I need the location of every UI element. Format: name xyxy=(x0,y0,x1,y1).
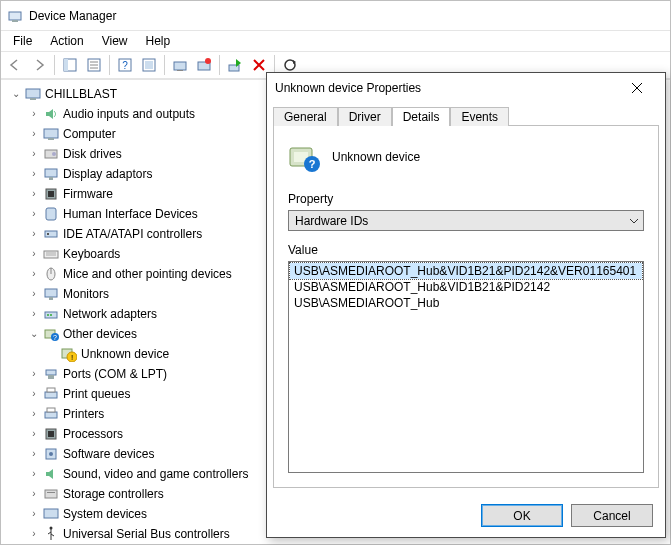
expand-icon[interactable]: › xyxy=(27,107,41,121)
category-label: Sound, video and game controllers xyxy=(61,464,250,484)
scan-button[interactable] xyxy=(137,53,161,77)
printer-icon xyxy=(43,406,59,422)
svg-rect-58 xyxy=(47,492,55,493)
menu-help[interactable]: Help xyxy=(138,33,179,49)
property-dropdown[interactable]: Hardware IDs xyxy=(288,210,644,231)
software-icon xyxy=(43,446,59,462)
category-label: Firmware xyxy=(61,184,115,204)
menu-file[interactable]: File xyxy=(5,33,40,49)
tab-driver[interactable]: Driver xyxy=(338,107,392,126)
expand-icon[interactable]: › xyxy=(27,427,41,441)
monitor-icon xyxy=(43,286,59,302)
svg-rect-19 xyxy=(30,98,36,100)
enable-button[interactable] xyxy=(223,53,247,77)
category-label: Processors xyxy=(61,424,125,444)
update-driver-button[interactable] xyxy=(168,53,192,77)
close-button[interactable] xyxy=(617,74,657,102)
svg-rect-24 xyxy=(45,169,57,177)
category-label: System devices xyxy=(61,504,149,524)
value-label: Value xyxy=(288,243,644,257)
expand-icon[interactable]: › xyxy=(27,407,41,421)
dialog-titlebar: Unknown device Properties xyxy=(267,73,665,103)
category-label: Disk drives xyxy=(61,144,124,164)
mouse-icon xyxy=(43,266,59,282)
cpu-icon xyxy=(43,426,59,442)
menu-action[interactable]: Action xyxy=(42,33,91,49)
category-label: Keyboards xyxy=(61,244,122,264)
chevron-down-icon xyxy=(629,216,639,226)
svg-rect-54 xyxy=(48,431,54,437)
expand-icon[interactable]: › xyxy=(27,367,41,381)
expand-icon[interactable]: › xyxy=(27,527,41,541)
collapse-icon[interactable]: ⌄ xyxy=(9,87,23,101)
expand-icon[interactable]: › xyxy=(27,247,41,261)
cancel-button[interactable]: Cancel xyxy=(571,504,653,527)
expand-icon[interactable]: › xyxy=(27,387,41,401)
category-label: Network adapters xyxy=(61,304,159,324)
value-item[interactable]: USB\ASMEDIAROOT_Hub&VID1B21&PID2142 xyxy=(290,279,642,295)
display-icon xyxy=(43,166,59,182)
svg-rect-49 xyxy=(45,392,57,398)
firmware-icon xyxy=(43,186,59,202)
expand-icon[interactable]: › xyxy=(27,307,41,321)
svg-point-56 xyxy=(49,452,53,456)
toolbar-separator xyxy=(164,55,165,75)
property-value: Hardware IDs xyxy=(295,214,368,228)
collapse-icon[interactable]: ⌄ xyxy=(27,327,41,341)
properties-dialog: Unknown device Properties General Driver… xyxy=(266,72,666,538)
expand-icon[interactable]: › xyxy=(27,127,41,141)
expand-icon[interactable]: › xyxy=(27,267,41,281)
value-item[interactable]: USB\ASMEDIAROOT_Hub xyxy=(290,295,642,311)
svg-rect-59 xyxy=(44,509,58,518)
expand-icon[interactable]: › xyxy=(27,207,41,221)
back-button[interactable] xyxy=(3,53,27,77)
value-item[interactable]: USB\ASMEDIAROOT_Hub&VID1B21&PID2142&VER0… xyxy=(290,263,642,279)
expand-icon[interactable]: › xyxy=(27,147,41,161)
unknown-device-icon: ? xyxy=(288,140,322,174)
expand-icon[interactable]: › xyxy=(27,467,41,481)
tab-general[interactable]: General xyxy=(273,107,338,126)
svg-rect-18 xyxy=(26,89,40,98)
show-hide-tree-button[interactable] xyxy=(58,53,82,77)
root-label: CHILLBLAST xyxy=(43,84,119,104)
svg-rect-20 xyxy=(44,129,58,138)
category-label: Mice and other pointing devices xyxy=(61,264,234,284)
svg-text:?: ? xyxy=(53,334,57,341)
expand-icon[interactable]: › xyxy=(27,187,41,201)
forward-button[interactable] xyxy=(27,53,51,77)
menu-view[interactable]: View xyxy=(94,33,136,49)
computer-icon xyxy=(43,126,59,142)
property-label: Property xyxy=(288,192,644,206)
svg-point-15 xyxy=(205,58,211,64)
expand-icon[interactable]: › xyxy=(27,487,41,501)
category-label: Human Interface Devices xyxy=(61,204,200,224)
toolbar-separator xyxy=(219,55,220,75)
device-label: Unknown device xyxy=(79,344,171,364)
unknown-device-icon: ! xyxy=(61,346,77,362)
value-listbox[interactable]: USB\ASMEDIAROOT_Hub&VID1B21&PID2142&VER0… xyxy=(288,261,644,473)
category-label: Audio inputs and outputs xyxy=(61,104,197,124)
svg-point-40 xyxy=(50,314,52,316)
svg-rect-51 xyxy=(45,412,57,418)
computer-icon xyxy=(25,86,41,102)
category-label: Monitors xyxy=(61,284,111,304)
device-header: ? Unknown device xyxy=(288,140,644,174)
tab-events[interactable]: Events xyxy=(450,107,509,126)
expand-icon[interactable]: › xyxy=(27,167,41,181)
expand-icon[interactable]: › xyxy=(27,447,41,461)
ide-icon xyxy=(43,226,59,242)
expand-icon[interactable]: › xyxy=(27,287,41,301)
svg-text:?: ? xyxy=(122,60,128,71)
expand-icon[interactable]: › xyxy=(27,227,41,241)
system-icon xyxy=(43,506,59,522)
tab-details[interactable]: Details xyxy=(392,107,451,126)
svg-rect-21 xyxy=(48,138,54,140)
ok-button[interactable]: OK xyxy=(481,504,563,527)
svg-rect-16 xyxy=(229,65,239,71)
expand-icon[interactable]: › xyxy=(27,507,41,521)
uninstall-button[interactable] xyxy=(192,53,216,77)
ports-icon xyxy=(43,366,59,382)
help-button[interactable]: ? xyxy=(113,53,137,77)
properties-button[interactable] xyxy=(82,53,106,77)
svg-text:?: ? xyxy=(309,158,316,170)
